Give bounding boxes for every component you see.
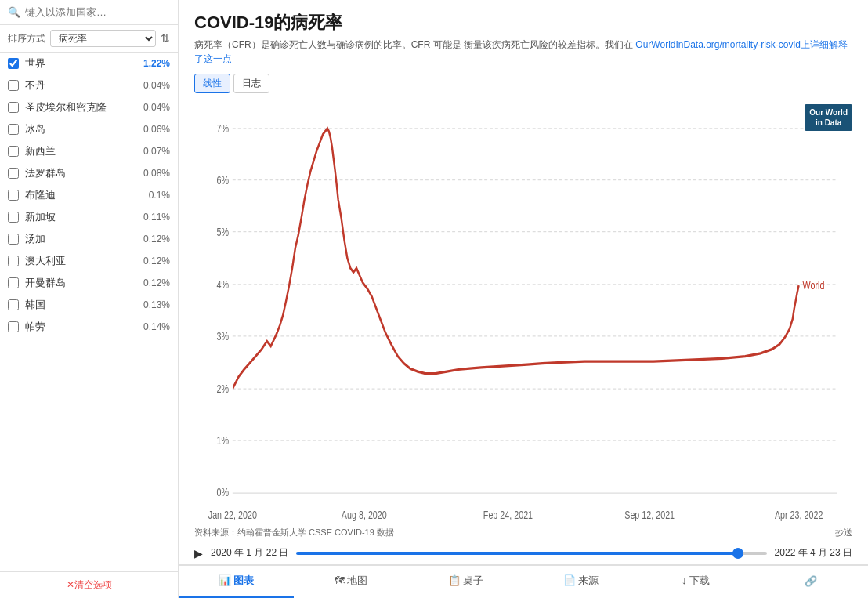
svg-text:Aug 8, 2020: Aug 8, 2020 xyxy=(342,509,387,521)
country-name: 汤加 xyxy=(25,232,132,246)
country-name: 澳大利亚 xyxy=(25,254,132,268)
chart-area: Our World in Data xyxy=(179,98,868,524)
country-name: 新西兰 xyxy=(25,144,132,158)
tab-桌子[interactable]: 📋 桌子 xyxy=(408,566,523,598)
bottom-tabs: 📊 图表🗺 地图📋 桌子📄 来源↓ 下载🔗 xyxy=(179,564,868,598)
country-value: 0.06% xyxy=(139,124,170,135)
sort-row: 排序方式 病死率 ⇅ xyxy=(0,25,178,53)
tab-图表[interactable]: 📊 图表 xyxy=(179,566,294,598)
country-checkbox[interactable] xyxy=(8,212,19,223)
country-name: 冰岛 xyxy=(25,122,132,136)
svg-text:Apr 23, 2022: Apr 23, 2022 xyxy=(775,509,823,521)
country-name: 新加坡 xyxy=(25,210,132,224)
country-item[interactable]: 汤加0.12% xyxy=(0,228,178,250)
copy-label[interactable]: 抄送 xyxy=(835,527,852,538)
country-value: 0.14% xyxy=(139,321,170,332)
country-checkbox[interactable] xyxy=(8,168,19,179)
sort-label: 排序方式 xyxy=(8,32,45,45)
country-checkbox[interactable] xyxy=(8,299,19,310)
country-checkbox[interactable] xyxy=(8,80,19,91)
source-row: 资料来源：约翰霍普金斯大学 CSSE COVID-19 数据 抄送 xyxy=(179,524,868,542)
svg-text:7%: 7% xyxy=(216,123,229,136)
country-checkbox[interactable] xyxy=(8,124,19,135)
svg-text:6%: 6% xyxy=(216,174,229,187)
country-name: 法罗群岛 xyxy=(25,166,132,180)
svg-text:Jan 22, 2020: Jan 22, 2020 xyxy=(208,509,257,521)
country-checkbox[interactable] xyxy=(8,234,19,245)
svg-text:4%: 4% xyxy=(216,279,229,292)
country-item[interactable]: 冰岛0.06% xyxy=(0,118,178,140)
country-name: 世界 xyxy=(25,56,132,71)
chart-controls: 线性日志 xyxy=(179,69,868,98)
svg-text:Sep 12, 2021: Sep 12, 2021 xyxy=(624,509,675,521)
date-end: 2022 年 4 月 23 日 xyxy=(775,546,852,560)
country-value: 0.04% xyxy=(139,102,170,113)
timeline-slider[interactable] xyxy=(296,552,766,555)
country-checkbox[interactable] xyxy=(8,146,19,157)
country-item[interactable]: 不丹0.04% xyxy=(0,74,178,96)
tab-地图[interactable]: 🗺 地图 xyxy=(294,566,409,598)
country-name: 韩国 xyxy=(25,298,132,312)
country-list: 世界1.22%不丹0.04%圣皮埃尔和密克隆0.04%冰岛0.06%新西兰0.0… xyxy=(0,53,178,571)
country-name: 圣皮埃尔和密克隆 xyxy=(25,100,132,114)
country-checkbox[interactable] xyxy=(8,256,19,266)
tab-↓ 下载[interactable]: ↓ 下载 xyxy=(638,566,754,598)
country-item[interactable]: 新加坡0.11% xyxy=(0,206,178,228)
country-value: 1.22% xyxy=(139,58,170,69)
source-text: 资料来源：约翰霍普金斯大学 CSSE COVID-19 数据 xyxy=(194,527,394,538)
chart-title: COVID-19的病死率 xyxy=(194,11,852,34)
country-value: 0.12% xyxy=(139,256,170,266)
country-checkbox[interactable] xyxy=(8,58,19,69)
country-item[interactable]: 开曼群岛0.12% xyxy=(0,272,178,294)
country-value: 0.13% xyxy=(139,299,170,310)
clear-button[interactable]: ✕清空选项 xyxy=(0,571,178,598)
country-checkbox[interactable] xyxy=(8,190,19,201)
country-name: 帕劳 xyxy=(25,320,132,334)
country-item[interactable]: 法罗群岛0.08% xyxy=(0,162,178,184)
country-value: 0.04% xyxy=(139,80,170,91)
country-checkbox[interactable] xyxy=(8,321,19,332)
country-name: 不丹 xyxy=(25,78,132,92)
search-icon: 🔍 xyxy=(8,6,20,18)
country-item[interactable]: 世界1.22% xyxy=(0,53,178,74)
chart-description: 病死率（CFR）是确诊死亡人数与确诊病例的比率。CFR 可能是 衡量该疾病死亡风… xyxy=(194,38,852,66)
tab-来源[interactable]: 📄 来源 xyxy=(523,566,638,598)
country-item[interactable]: 新西兰0.07% xyxy=(0,140,178,162)
country-item[interactable]: 韩国0.13% xyxy=(0,294,178,316)
country-value: 0.08% xyxy=(139,168,170,179)
country-checkbox[interactable] xyxy=(8,277,19,288)
country-item[interactable]: 帕劳0.14% xyxy=(0,316,178,338)
country-item[interactable]: 圣皮埃尔和密克隆0.04% xyxy=(0,96,178,118)
country-name: 开曼群岛 xyxy=(25,276,132,290)
sort-select[interactable]: 病死率 xyxy=(50,30,156,47)
control-button-线性[interactable]: 线性 xyxy=(194,74,230,93)
country-checkbox[interactable] xyxy=(8,102,19,113)
country-name: 布隆迪 xyxy=(25,188,132,202)
svg-text:Feb 24, 2021: Feb 24, 2021 xyxy=(483,509,533,521)
control-button-日志[interactable]: 日志 xyxy=(233,74,269,93)
svg-rect-0 xyxy=(233,118,837,503)
country-item[interactable]: 布隆迪0.1% xyxy=(0,184,178,206)
country-value: 0.11% xyxy=(139,212,170,223)
date-start: 2020 年 1 月 22 日 xyxy=(211,546,288,560)
svg-text:3%: 3% xyxy=(216,331,229,343)
chart-header: COVID-19的病死率 病死率（CFR）是确诊死亡人数与确诊病例的比率。CFR… xyxy=(179,0,868,69)
tab-🔗[interactable]: 🔗 xyxy=(753,566,868,598)
sort-icon[interactable]: ⇅ xyxy=(161,32,170,45)
country-value: 0.1% xyxy=(139,190,170,201)
chart-svg: 0% 1% 2% 3% 4% 5% 6% 7% Jan 22, 2020 Aug… xyxy=(194,98,852,524)
search-box[interactable]: 🔍 xyxy=(0,0,178,25)
country-value: 0.07% xyxy=(139,146,170,157)
play-button[interactable]: ▶ xyxy=(194,547,203,560)
timeline-row: ▶ 2020 年 1 月 22 日 2022 年 4 月 23 日 xyxy=(179,542,868,564)
svg-text:0%: 0% xyxy=(216,487,229,499)
country-value: 0.12% xyxy=(139,277,170,288)
country-item[interactable]: 澳大利亚0.12% xyxy=(0,250,178,272)
series-label: World xyxy=(803,280,825,292)
svg-text:1%: 1% xyxy=(216,435,229,448)
main-area: COVID-19的病死率 病死率（CFR）是确诊死亡人数与确诊病例的比率。CFR… xyxy=(179,0,868,598)
svg-text:5%: 5% xyxy=(216,226,229,238)
brand-logo: Our World in Data xyxy=(805,104,852,131)
search-input[interactable] xyxy=(25,6,170,18)
country-value: 0.12% xyxy=(139,234,170,245)
